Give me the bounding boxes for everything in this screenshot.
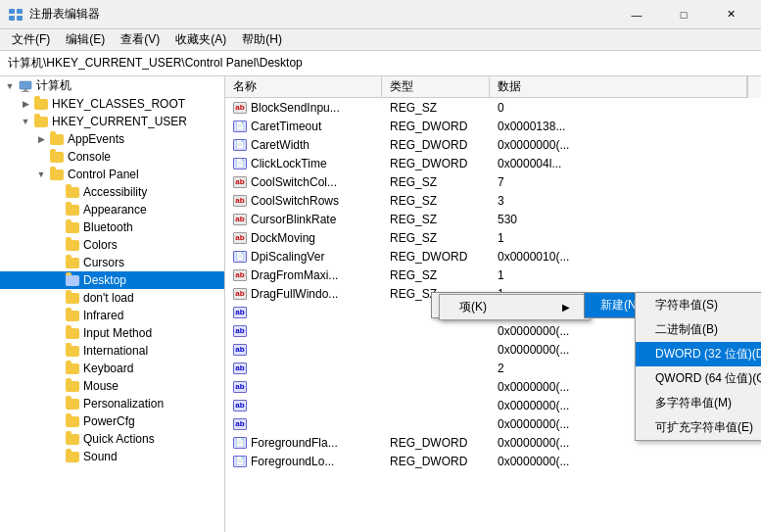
- menu-help[interactable]: 帮助(H): [234, 29, 290, 51]
- table-row[interactable]: ab 4: [225, 303, 761, 321]
- col-type-header: 类型: [382, 76, 490, 98]
- table-row[interactable]: ab BlockSendInpu... REG_SZ 0: [225, 98, 761, 117]
- table-row[interactable]: ab DragFromMaxi... REG_SZ 1: [225, 266, 761, 284]
- table-row[interactable]: 📄 ClickLockTime REG_DWORD 0x000004l...: [225, 154, 761, 172]
- folder-icon: [65, 185, 80, 199]
- folder-icon: [65, 397, 80, 411]
- dword-icon: 📄: [233, 456, 247, 467]
- tree-item-dont-load[interactable]: don't load: [0, 289, 224, 307]
- address-text: 计算机\HKEY_CURRENT_USER\Control Panel\Desk…: [8, 55, 303, 72]
- tree-label: Bluetooth: [83, 220, 133, 234]
- computer-icon: [18, 79, 33, 93]
- table-row[interactable]: ab 2: [225, 359, 761, 377]
- menu-file[interactable]: 文件(F): [4, 29, 58, 51]
- table-row-foreground-lo[interactable]: 📄 ForegroundLo... REG_DWORD 0x0000000(..…: [225, 452, 761, 470]
- tree-panel: ▼ 计算机 ▶ HKEY_CLASSES_ROOT: [0, 76, 225, 532]
- table-body: ab BlockSendInpu... REG_SZ 0 📄 CaretTime…: [225, 98, 761, 532]
- tree-arrow: ▼: [18, 117, 33, 126]
- address-bar: 计算机\HKEY_CURRENT_USER\Control Panel\Desk…: [0, 51, 761, 76]
- minimize-button[interactable]: —: [614, 0, 659, 29]
- dword-icon: ab: [233, 325, 247, 337]
- tree-item-quick-actions[interactable]: Quick Actions: [0, 430, 224, 448]
- tree-item-computer[interactable]: ▼ 计算机: [0, 76, 224, 95]
- tree-label: Sound: [83, 450, 118, 463]
- folder-icon: [65, 238, 80, 252]
- tree-label: HKEY_CLASSES_ROOT: [52, 97, 185, 111]
- table-row-foreground-fla[interactable]: 📄 ForegroundFla... REG_DWORD 0x0000000(.…: [225, 433, 761, 452]
- table-row[interactable]: ab 0x0000000(...: [225, 321, 761, 340]
- table-row[interactable]: ab 0x0000000(...: [225, 414, 761, 433]
- folder-icon: [65, 450, 80, 463]
- table-row[interactable]: 📄 CaretWidth REG_DWORD 0x0000000(...: [225, 135, 761, 154]
- dword-icon: ab: [233, 400, 247, 411]
- tree-item-current-user[interactable]: ▼ HKEY_CURRENT_USER: [0, 113, 224, 130]
- folder-icon: [65, 414, 80, 428]
- folder-selected-icon: [65, 273, 80, 287]
- tree-item-keyboard[interactable]: Keyboard: [0, 360, 224, 377]
- svg-rect-5: [24, 89, 27, 91]
- table-row[interactable]: ab CoolSwitchCol... REG_SZ 7: [225, 172, 761, 191]
- tree-item-powercfg[interactable]: PowerCfg: [0, 412, 224, 430]
- ab-icon: ab: [233, 232, 247, 244]
- tree-item-desktop[interactable]: Desktop: [0, 271, 224, 289]
- main-content: ▼ 计算机 ▶ HKEY_CLASSES_ROOT: [0, 76, 761, 532]
- table-row[interactable]: ab CoolSwitchRows REG_SZ 3: [225, 191, 761, 210]
- tree-item-classes-root[interactable]: ▶ HKEY_CLASSES_ROOT: [0, 95, 224, 113]
- ab-icon: ab: [233, 195, 247, 207]
- dword-icon: ab: [233, 381, 247, 393]
- folder-icon: [49, 150, 65, 164]
- tree-label: Accessibility: [83, 185, 147, 199]
- tree-item-personalization[interactable]: Personalization: [0, 395, 224, 412]
- folder-icon: [65, 326, 80, 340]
- menu-edit[interactable]: 编辑(E): [58, 29, 113, 51]
- table-row[interactable]: ab DockMoving REG_SZ 1: [225, 228, 761, 247]
- tree-item-cursors[interactable]: Cursors: [0, 254, 224, 271]
- table-row[interactable]: ab 0x0000000(...: [225, 377, 761, 396]
- tree-label: Quick Actions: [83, 432, 155, 446]
- tree-item-control-panel[interactable]: ▼ Control Panel: [0, 166, 224, 183]
- tree-label: Mouse: [83, 379, 119, 393]
- svg-rect-0: [9, 9, 15, 14]
- menu-view[interactable]: 查看(V): [113, 29, 167, 51]
- tree-label: Appearance: [83, 203, 147, 217]
- tree-item-input-method[interactable]: Input Method: [0, 324, 224, 342]
- tree-label: Personalization: [83, 397, 164, 411]
- table-row[interactable]: ab 0x0000000(...: [225, 396, 761, 414]
- tree-item-console[interactable]: Console: [0, 148, 224, 166]
- tree-label: Keyboard: [83, 362, 133, 375]
- maximize-button[interactable]: □: [661, 0, 706, 29]
- tree-item-bluetooth[interactable]: Bluetooth: [0, 218, 224, 236]
- ab-icon: ab: [233, 269, 247, 281]
- menu-favorites[interactable]: 收藏夹(A): [167, 29, 234, 51]
- tree-item-infrared[interactable]: Infrared: [0, 307, 224, 324]
- window-controls: — □ ✕: [614, 0, 753, 29]
- tree-label: HKEY_CURRENT_USER: [52, 115, 187, 128]
- dword-icon: 📄: [233, 251, 247, 263]
- folder-icon: [65, 220, 80, 234]
- folder-icon: [49, 132, 65, 146]
- tree-item-sound[interactable]: Sound: [0, 448, 224, 465]
- svg-rect-6: [22, 91, 29, 92]
- ab-icon: ab: [233, 288, 247, 300]
- dword-icon: 📄: [233, 121, 247, 132]
- close-button[interactable]: ✕: [708, 0, 753, 29]
- svg-rect-1: [17, 9, 23, 14]
- table-row[interactable]: ab DragFullWindo... REG_SZ 1: [225, 284, 761, 303]
- col-data-header: 数据: [490, 76, 747, 98]
- table-row[interactable]: ab 0x0000000(...: [225, 340, 761, 359]
- tree-item-appevents[interactable]: ▶ AppEvents: [0, 130, 224, 148]
- folder-icon: [65, 309, 80, 322]
- tree-item-international[interactable]: International: [0, 342, 224, 360]
- table-row[interactable]: 📄 CaretTimeout REG_DWORD 0x0000138...: [225, 117, 761, 135]
- tree-item-colors[interactable]: Colors: [0, 236, 224, 254]
- table-row[interactable]: ab CursorBlinkRate REG_SZ 530: [225, 210, 761, 228]
- app-icon: [8, 7, 24, 23]
- tree-item-accessibility[interactable]: Accessibility: [0, 183, 224, 201]
- tree-item-appearance[interactable]: Appearance: [0, 201, 224, 218]
- folder-icon: [65, 203, 80, 217]
- folder-open-icon: [49, 168, 65, 181]
- title-bar: 注册表编辑器 — □ ✕: [0, 0, 761, 29]
- table-row[interactable]: 📄 DpiScalingVer REG_DWORD 0x0000010(...: [225, 247, 761, 266]
- tree-label: Colors: [83, 238, 118, 252]
- tree-item-mouse[interactable]: Mouse: [0, 377, 224, 395]
